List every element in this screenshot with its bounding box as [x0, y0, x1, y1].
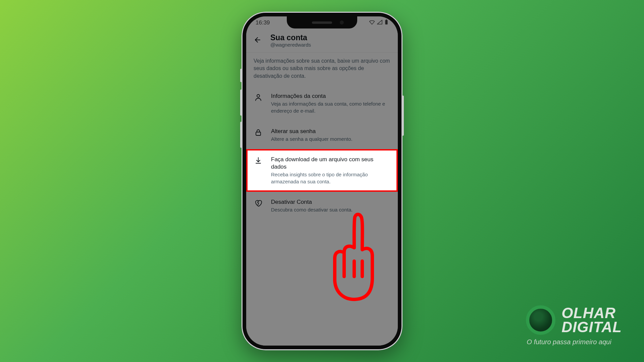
option-title: Faça download de um arquivo com seus dad…	[271, 156, 390, 171]
heart-broken-icon	[254, 199, 262, 208]
logo-line1: OLHAR	[561, 306, 622, 320]
option-desc: Descubra como desativar sua conta.	[271, 206, 353, 213]
svg-rect-1	[386, 19, 387, 20]
option-download-data[interactable]: Faça download de um arquivo com seus dad…	[246, 149, 398, 192]
logo-tagline: O futuro passa primeiro aqui	[527, 338, 611, 346]
option-desc: Veja as informações da sua conta, como t…	[271, 101, 390, 114]
phone-side-button	[240, 122, 242, 148]
wifi-icon	[369, 19, 375, 26]
phone-side-button	[402, 96, 404, 136]
back-button[interactable]	[254, 36, 262, 45]
page-header: Sua conta @wagneredwards	[246, 29, 398, 53]
svg-rect-0	[385, 20, 387, 24]
logo-circle-icon	[526, 305, 555, 335]
lock-icon	[254, 128, 262, 138]
option-desc: Altere a senha a qualquer momento.	[271, 136, 353, 142]
svg-point-2	[257, 95, 260, 97]
battery-icon	[384, 19, 388, 26]
status-time: 16:39	[256, 19, 270, 26]
option-change-password[interactable]: Alterar sua senha Altere a senha a qualq…	[246, 121, 398, 149]
phone-frame: 16:39 Sua conta @wagneredwards	[241, 12, 402, 350]
pointing-hand-icon	[329, 211, 386, 306]
svg-rect-3	[256, 132, 261, 135]
camera-icon	[340, 20, 344, 24]
option-title: Desativar Conta	[271, 198, 353, 206]
option-account-info[interactable]: Informações da conta Veja as informações…	[246, 86, 398, 121]
option-deactivate-account[interactable]: Desativar Conta Descubra como desativar …	[246, 192, 398, 220]
phone-side-button	[240, 69, 242, 82]
person-icon	[254, 93, 262, 103]
download-icon	[254, 157, 262, 166]
page-subtitle: @wagneredwards	[270, 42, 311, 48]
option-title: Informações da conta	[271, 93, 390, 100]
phone-side-button	[240, 89, 242, 116]
signal-icon	[377, 19, 382, 26]
option-title: Alterar sua senha	[271, 128, 353, 135]
logo-line2: DIGITAL	[561, 320, 622, 334]
page-title: Sua conta	[270, 33, 311, 42]
speaker-icon	[312, 21, 332, 24]
phone-screen: 16:39 Sua conta @wagneredwards	[246, 16, 398, 346]
page-intro-text: Veja informações sobre sua conta, baixe …	[246, 53, 398, 86]
phone-notch	[287, 16, 357, 28]
brand-logo: OLHAR DIGITAL O futuro passa primeiro aq…	[526, 305, 622, 346]
option-desc: Receba insights sobre o tipo de informaç…	[271, 171, 390, 185]
